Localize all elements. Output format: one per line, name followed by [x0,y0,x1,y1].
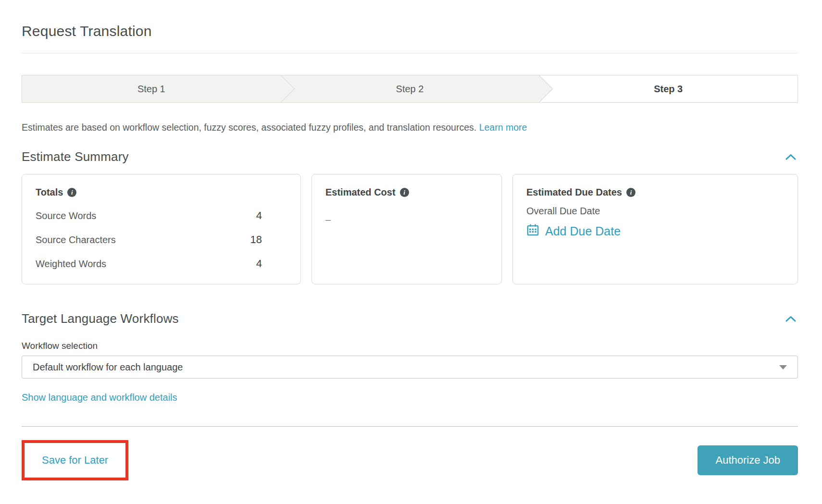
estimated-cost-card-title: Estimated Cost [325,187,396,198]
save-for-later-annotation-box: Save for Later [22,440,128,480]
info-icon[interactable]: i [67,188,76,197]
totals-row-source-words: Source Words 4 [36,209,287,222]
chevron-up-icon [785,154,796,161]
save-for-later-link[interactable]: Save for Later [42,454,108,466]
authorize-job-button[interactable]: Authorize Job [697,445,798,475]
totals-row-source-characters: Source Characters 18 [36,234,287,246]
details-link-row: Show language and workflow details [22,392,798,403]
caret-down-icon [779,365,787,369]
learn-more-link[interactable]: Learn more [479,122,527,133]
estimated-due-dates-card-title: Estimated Due Dates [526,187,622,198]
add-due-date-label: Add Due Date [545,224,621,238]
estimate-summary-collapse-button[interactable] [784,152,798,162]
target-language-workflows-collapse-button[interactable] [784,314,798,324]
step-3[interactable]: Step 3 [539,75,797,102]
estimate-summary-header: Estimate Summary [22,149,798,164]
info-icon[interactable]: i [626,188,635,197]
title-divider [22,53,798,53]
workflow-selection-value: Default workflow for each language [33,362,183,373]
estimated-cost-value: – [325,214,488,225]
step-2[interactable]: Step 2 [281,75,539,102]
step-1-label: Step 1 [137,84,165,95]
show-language-workflow-details-link[interactable]: Show language and workflow details [22,392,177,403]
estimated-due-dates-card: Estimated Due Dates i Overall Due Date [512,174,798,284]
estimate-summary-heading: Estimate Summary [22,149,129,164]
estimates-intro: Estimates are based on workflow selectio… [22,122,798,133]
footer-divider [22,426,798,427]
step-progress-bar: Step 1 Step 2 Step 3 [22,75,798,103]
info-icon[interactable]: i [400,188,409,197]
estimate-summary-cards: Totals i Source Words 4 Source Character… [22,174,798,284]
workflow-selection-dropdown[interactable]: Default workflow for each language [22,356,798,379]
totals-card-title: Totals [36,187,63,198]
totals-row-label: Source Words [36,210,96,221]
totals-card: Totals i Source Words 4 Source Character… [22,174,301,284]
page-title: Request Translation [22,0,798,39]
chevron-up-icon [785,316,796,323]
target-language-workflows-header: Target Language Workflows [22,311,798,326]
totals-row-value: 18 [250,234,287,246]
step-3-label: Step 3 [654,84,683,95]
request-translation-page: Request Translation Step 1 Step 2 Step 3… [0,0,822,480]
footer-actions: Save for Later Authorize Job [22,440,798,480]
target-language-workflows-heading: Target Language Workflows [22,311,179,326]
estimates-intro-text: Estimates are based on workflow selectio… [22,122,476,133]
add-due-date-link[interactable]: Add Due Date [526,223,621,239]
step-1[interactable]: Step 1 [22,75,281,102]
totals-row-value: 4 [256,209,287,222]
totals-row-label: Weighted Words [36,258,106,270]
estimated-cost-card: Estimated Cost i – [311,174,502,284]
step-2-label: Step 2 [396,84,424,95]
calendar-icon [526,223,539,239]
workflow-selection-label: Workflow selection [22,341,798,351]
totals-row-weighted-words: Weighted Words 4 [36,258,287,270]
totals-row-value: 4 [256,258,287,270]
totals-row-label: Source Characters [36,234,116,246]
overall-due-date-label: Overall Due Date [526,206,784,217]
